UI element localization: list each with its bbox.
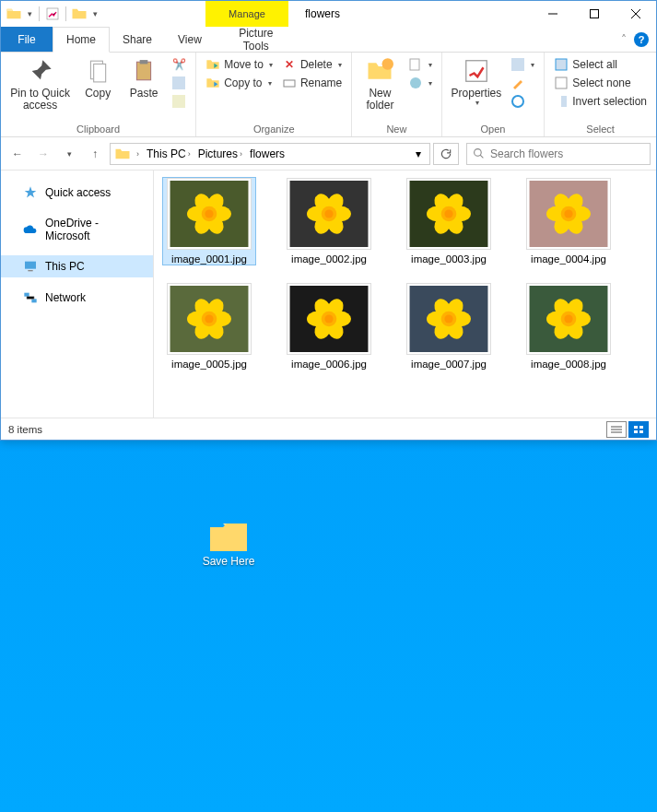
qat-dropdown-icon[interactable]: ▾: [25, 9, 35, 18]
file-label: image_0005.jpg: [171, 359, 247, 370]
search-icon: [473, 147, 485, 159]
svg-rect-10: [172, 95, 185, 108]
file-thumbnail: [406, 178, 491, 250]
svg-rect-18: [556, 59, 567, 70]
navigation-pane: Quick access OneDrive - Microsoft This P…: [1, 171, 154, 418]
breadcrumb-flowers[interactable]: flowers: [246, 147, 288, 160]
nav-onedrive[interactable]: OneDrive - Microsoft: [1, 213, 153, 246]
file-label: image_0008.jpg: [531, 359, 606, 370]
ribbon-tabs: File Home Share View Picture Tools ˄ ?: [1, 27, 656, 53]
recent-locations-button[interactable]: ▾: [58, 143, 80, 165]
file-item[interactable]: image_0004.jpg: [522, 178, 615, 265]
nav-network[interactable]: Network: [1, 287, 153, 309]
svg-rect-11: [284, 80, 295, 87]
file-item[interactable]: image_0008.jpg: [522, 283, 615, 370]
svg-rect-9: [172, 76, 185, 89]
explorer-body: Quick access OneDrive - Microsoft This P…: [1, 171, 656, 418]
properties-button[interactable]: Properties▾: [448, 54, 506, 110]
svg-rect-21: [556, 96, 561, 107]
breadcrumb-pictures[interactable]: Pictures›: [194, 147, 246, 160]
tab-view[interactable]: View: [165, 27, 215, 52]
paste-button[interactable]: Paste: [122, 54, 166, 101]
file-item[interactable]: image_0002.jpg: [283, 178, 375, 265]
copy-button[interactable]: Copy: [76, 54, 120, 101]
svg-point-90: [444, 314, 452, 323]
svg-point-99: [564, 314, 572, 323]
nav-this-pc[interactable]: This PC: [1, 255, 153, 277]
svg-rect-105: [634, 430, 638, 433]
qat-customize-icon[interactable]: ▾: [90, 9, 100, 18]
qat-properties-icon[interactable]: [43, 5, 62, 23]
up-button[interactable]: ↑: [84, 143, 106, 165]
file-item[interactable]: image_0005.jpg: [163, 283, 255, 370]
help-icon[interactable]: ?: [634, 32, 649, 47]
svg-rect-16: [511, 58, 524, 71]
refresh-button[interactable]: [433, 143, 459, 165]
maximize-button[interactable]: [573, 1, 615, 27]
file-label: image_0001.jpg: [171, 253, 247, 265]
close-button[interactable]: [615, 1, 656, 27]
file-item[interactable]: image_0001.jpg: [163, 178, 255, 265]
address-bar[interactable]: › This PC› Pictures› flowers ▾: [110, 143, 430, 165]
file-item[interactable]: image_0003.jpg: [403, 178, 495, 265]
minimize-button[interactable]: [532, 1, 573, 27]
desktop-folder-save-here[interactable]: Save Here: [186, 518, 271, 568]
open-button[interactable]: ▾: [507, 56, 538, 73]
status-bar: 8 items: [1, 418, 656, 440]
breadcrumb-this-pc[interactable]: This PC›: [143, 147, 194, 160]
file-item[interactable]: image_0007.jpg: [403, 283, 495, 370]
tab-home[interactable]: Home: [53, 27, 110, 53]
svg-rect-24: [25, 262, 36, 269]
qat-new-folder-icon[interactable]: [70, 5, 88, 23]
thumbnails-view-button[interactable]: [628, 421, 649, 438]
svg-point-54: [444, 209, 452, 218]
copy-path-button[interactable]: [168, 75, 190, 91]
file-item[interactable]: image_0006.jpg: [283, 283, 375, 370]
rename-button[interactable]: Rename: [278, 75, 346, 91]
select-none-button[interactable]: Select none: [550, 75, 651, 91]
app-icon[interactable]: [5, 5, 23, 23]
contextual-tab-manage[interactable]: Manage: [205, 1, 288, 27]
tab-share[interactable]: Share: [110, 27, 165, 52]
ribbon-group-label: Select: [550, 122, 651, 136]
svg-point-17: [512, 96, 523, 107]
tab-picture-tools[interactable]: Picture Tools: [215, 27, 298, 52]
svg-point-14: [410, 77, 421, 88]
address-dropdown-icon[interactable]: ▾: [409, 147, 428, 160]
folder-icon: [206, 518, 251, 555]
pin-to-quick-access-button[interactable]: Pin to Quick access: [6, 54, 74, 113]
ribbon-group-label: New: [358, 122, 435, 136]
svg-rect-19: [556, 77, 567, 88]
nav-quick-access[interactable]: Quick access: [1, 182, 153, 204]
easy-access-button[interactable]: ▾: [405, 75, 436, 91]
move-to-button[interactable]: Move to▾: [202, 56, 276, 73]
folder-icon: [112, 146, 133, 162]
search-input[interactable]: Search flowers: [466, 143, 651, 165]
tab-file[interactable]: File: [1, 27, 53, 52]
select-all-button[interactable]: Select all: [550, 56, 651, 73]
cut-button[interactable]: ✂️: [168, 56, 190, 73]
back-button[interactable]: ←: [6, 143, 29, 165]
svg-point-63: [564, 209, 572, 218]
forward-button[interactable]: →: [32, 143, 54, 165]
star-icon: [23, 185, 38, 200]
details-view-button[interactable]: [606, 421, 627, 438]
edit-button[interactable]: [507, 75, 538, 91]
ribbon-collapse-icon[interactable]: ˄: [621, 33, 627, 46]
address-bar-row: ← → ▾ ↑ › This PC› Pictures› flowers ▾ S…: [1, 137, 656, 171]
invert-selection-button[interactable]: Invert selection: [550, 93, 651, 110]
ribbon: Pin to Quick access Copy Paste ✂️ Clipbo…: [1, 53, 656, 137]
ribbon-group-open: Properties▾ ▾ Open: [442, 53, 546, 136]
paste-shortcut-button[interactable]: [168, 93, 190, 110]
network-icon: [23, 290, 38, 305]
svg-rect-103: [634, 426, 638, 429]
ribbon-group-label: Clipboard: [6, 122, 190, 136]
file-list[interactable]: image_0001.jpg image_0002.jpg image_0003…: [154, 171, 656, 418]
new-folder-button[interactable]: New folder: [358, 54, 402, 113]
copy-to-button[interactable]: Copy to▾: [202, 75, 276, 91]
svg-rect-25: [28, 270, 32, 271]
delete-button[interactable]: ✕Delete▾: [278, 56, 346, 73]
new-item-button[interactable]: ▾: [405, 56, 436, 73]
file-thumbnail: [287, 178, 371, 250]
history-button[interactable]: [507, 93, 538, 110]
